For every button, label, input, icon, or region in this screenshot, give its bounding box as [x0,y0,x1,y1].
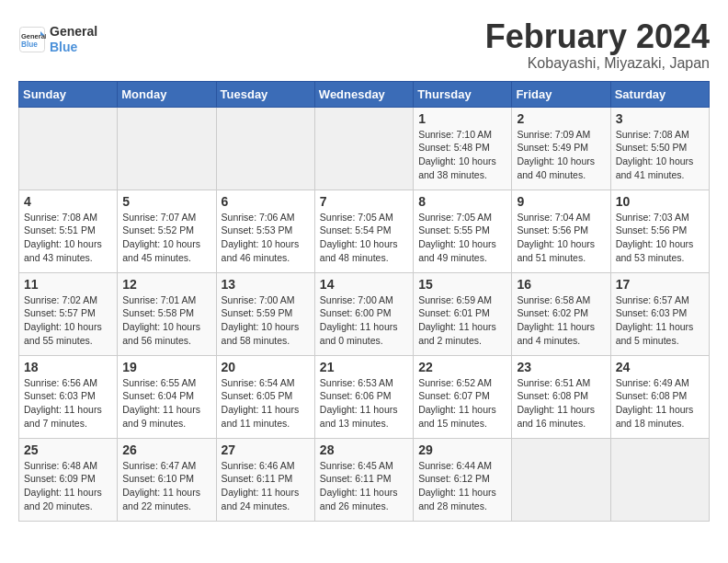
week-row-1: 4Sunrise: 7:08 AM Sunset: 5:51 PM Daylig… [19,190,710,272]
day-number: 7 [320,194,408,209]
calendar-table: SundayMondayTuesdayWednesdayThursdayFrid… [18,81,710,522]
calendar-cell: 12Sunrise: 7:01 AM Sunset: 5:58 PM Dayli… [118,272,216,355]
calendar-cell: 14Sunrise: 7:00 AM Sunset: 6:00 PM Dayli… [314,272,413,355]
calendar-cell: 4Sunrise: 7:08 AM Sunset: 5:51 PM Daylig… [19,190,118,272]
day-number: 9 [517,194,605,209]
calendar-cell [512,438,610,521]
calendar-cell: 15Sunrise: 6:59 AM Sunset: 6:01 PM Dayli… [414,272,512,355]
calendar-cell: 26Sunrise: 6:47 AM Sunset: 6:10 PM Dayli… [118,438,216,521]
day-info: Sunrise: 7:10 AM Sunset: 5:48 PM Dayligh… [418,128,506,182]
week-row-2: 11Sunrise: 7:02 AM Sunset: 5:57 PM Dayli… [19,272,710,355]
day-info: Sunrise: 7:07 AM Sunset: 5:52 PM Dayligh… [122,211,210,265]
header-monday: Monday [118,81,216,107]
day-number: 25 [24,442,112,457]
calendar-cell: 17Sunrise: 6:57 AM Sunset: 6:03 PM Dayli… [610,272,709,355]
day-info: Sunrise: 6:45 AM Sunset: 6:11 PM Dayligh… [320,459,408,513]
svg-text:General: General [21,31,46,40]
day-number: 17 [616,277,704,292]
calendar-cell [19,107,118,190]
calendar-cell: 22Sunrise: 6:52 AM Sunset: 6:07 PM Dayli… [414,355,512,438]
header-friday: Friday [512,81,610,107]
calendar-cell: 3Sunrise: 7:08 AM Sunset: 5:50 PM Daylig… [610,107,709,190]
calendar-cell: 29Sunrise: 6:44 AM Sunset: 6:12 PM Dayli… [414,438,512,521]
calendar-cell [314,107,413,190]
header-thursday: Thursday [414,81,512,107]
day-number: 14 [320,277,408,292]
day-info: Sunrise: 6:48 AM Sunset: 6:09 PM Dayligh… [24,459,112,513]
day-number: 23 [517,360,605,374]
day-number: 13 [222,277,310,292]
day-info: Sunrise: 7:05 AM Sunset: 5:55 PM Dayligh… [418,211,506,265]
day-info: Sunrise: 6:59 AM Sunset: 6:01 PM Dayligh… [418,293,506,348]
day-number: 18 [24,360,112,374]
day-info: Sunrise: 6:56 AM Sunset: 6:03 PM Dayligh… [24,376,112,431]
calendar-cell: 27Sunrise: 6:46 AM Sunset: 6:11 PM Dayli… [216,438,314,521]
day-number: 11 [24,277,112,292]
day-info: Sunrise: 7:00 AM Sunset: 5:59 PM Dayligh… [222,293,310,348]
calendar-cell: 11Sunrise: 7:02 AM Sunset: 5:57 PM Dayli… [19,272,118,355]
day-number: 22 [418,360,506,374]
calendar-cell: 25Sunrise: 6:48 AM Sunset: 6:09 PM Dayli… [19,438,118,521]
calendar-cell: 28Sunrise: 6:45 AM Sunset: 6:11 PM Dayli… [314,438,413,521]
day-info: Sunrise: 6:52 AM Sunset: 6:07 PM Dayligh… [418,376,506,431]
day-number: 5 [122,194,210,209]
day-number: 4 [24,194,112,209]
calendar-cell: 23Sunrise: 6:51 AM Sunset: 6:08 PM Dayli… [512,355,610,438]
day-number: 3 [616,111,704,126]
day-info: Sunrise: 7:02 AM Sunset: 5:57 PM Dayligh… [24,293,112,348]
day-info: Sunrise: 6:58 AM Sunset: 6:02 PM Dayligh… [517,293,605,348]
calendar-cell: 21Sunrise: 6:53 AM Sunset: 6:06 PM Dayli… [314,355,413,438]
day-number: 12 [122,277,210,292]
day-info: Sunrise: 7:05 AM Sunset: 5:54 PM Dayligh… [320,211,408,265]
day-number: 10 [616,194,704,209]
calendar-cell [118,107,216,190]
day-info: Sunrise: 6:55 AM Sunset: 6:04 PM Dayligh… [122,376,210,431]
day-number: 6 [222,194,310,209]
page-header: General Blue General Blue February 2024 … [18,18,710,72]
day-info: Sunrise: 7:03 AM Sunset: 5:56 PM Dayligh… [616,211,704,265]
day-info: Sunrise: 7:00 AM Sunset: 6:00 PM Dayligh… [320,293,408,348]
day-number: 1 [418,111,506,126]
title-area: February 2024 Kobayashi, Miyazaki, Japan [485,18,710,72]
logo-line2: Blue [50,40,97,55]
day-number: 26 [122,442,210,457]
day-number: 24 [616,360,704,374]
logo-line1: General [50,24,97,40]
calendar-cell: 9Sunrise: 7:04 AM Sunset: 5:56 PM Daylig… [512,190,610,272]
day-number: 28 [320,442,408,457]
day-info: Sunrise: 6:51 AM Sunset: 6:08 PM Dayligh… [517,376,605,431]
day-info: Sunrise: 6:53 AM Sunset: 6:06 PM Dayligh… [320,376,408,431]
main-title: February 2024 [485,18,710,55]
calendar-cell: 13Sunrise: 7:00 AM Sunset: 5:59 PM Dayli… [216,272,314,355]
calendar-cell [216,107,314,190]
calendar-cell: 16Sunrise: 6:58 AM Sunset: 6:02 PM Dayli… [512,272,610,355]
calendar-cell: 6Sunrise: 7:06 AM Sunset: 5:53 PM Daylig… [216,190,314,272]
day-number: 21 [320,360,408,374]
logo: General Blue General Blue [18,24,97,55]
calendar-cell: 20Sunrise: 6:54 AM Sunset: 6:05 PM Dayli… [216,355,314,438]
calendar-cell: 5Sunrise: 7:07 AM Sunset: 5:52 PM Daylig… [118,190,216,272]
svg-text:Blue: Blue [21,40,38,48]
calendar-cell: 2Sunrise: 7:09 AM Sunset: 5:49 PM Daylig… [512,107,610,190]
subtitle: Kobayashi, Miyazaki, Japan [485,55,710,72]
day-info: Sunrise: 7:09 AM Sunset: 5:49 PM Dayligh… [517,128,605,182]
header-saturday: Saturday [610,81,709,107]
day-number: 27 [222,442,310,457]
calendar-cell [610,438,709,521]
week-row-0: 1Sunrise: 7:10 AM Sunset: 5:48 PM Daylig… [19,107,710,190]
header-sunday: Sunday [19,81,118,107]
day-info: Sunrise: 7:01 AM Sunset: 5:58 PM Dayligh… [122,293,210,348]
day-info: Sunrise: 6:46 AM Sunset: 6:11 PM Dayligh… [222,459,310,513]
day-info: Sunrise: 6:49 AM Sunset: 6:08 PM Dayligh… [616,376,704,431]
day-number: 19 [122,360,210,374]
day-number: 16 [517,277,605,292]
week-row-3: 18Sunrise: 6:56 AM Sunset: 6:03 PM Dayli… [19,355,710,438]
calendar-header-row: SundayMondayTuesdayWednesdayThursdayFrid… [19,81,710,107]
week-row-4: 25Sunrise: 6:48 AM Sunset: 6:09 PM Dayli… [19,438,710,521]
day-info: Sunrise: 6:57 AM Sunset: 6:03 PM Dayligh… [616,293,704,348]
day-number: 2 [517,111,605,126]
day-info: Sunrise: 6:54 AM Sunset: 6:05 PM Dayligh… [222,376,310,431]
calendar-body: 1Sunrise: 7:10 AM Sunset: 5:48 PM Daylig… [19,107,710,521]
calendar-cell: 7Sunrise: 7:05 AM Sunset: 5:54 PM Daylig… [314,190,413,272]
header-wednesday: Wednesday [314,81,413,107]
